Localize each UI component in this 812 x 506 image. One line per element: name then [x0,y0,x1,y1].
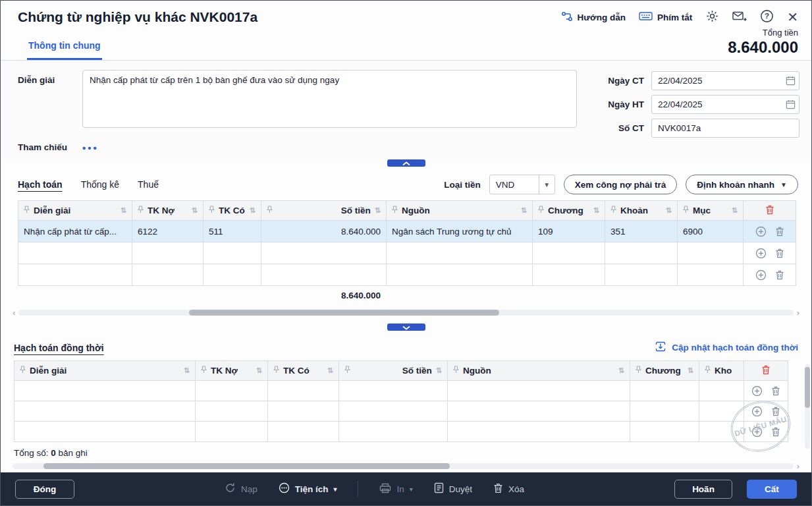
column-header-kho[interactable]: Kho [699,361,744,381]
sort-icon[interactable]: ⇅ [688,366,693,375]
scroll-right-icon[interactable]: › [797,308,799,317]
update-simultaneous-button[interactable]: Cập nhật hạch toán đồng thời [655,341,798,354]
delete-column-icon[interactable] [765,207,774,217]
column-header-chuong[interactable]: Chương⇅ [533,201,605,221]
sort-icon[interactable]: ⇅ [375,206,381,215]
pin-icon[interactable] [344,366,350,376]
pin-icon[interactable] [538,206,544,215]
column-header-tk-co[interactable]: TK Có⇅ [268,361,339,381]
column-header-dien-giai[interactable]: Diễn giải⇅ [14,361,196,381]
delete-column-icon[interactable] [761,367,771,377]
postpone-button[interactable]: Hoãn [674,480,732,499]
simultaneous-title[interactable]: Hạch toán đồng thời [14,343,104,353]
table-row[interactable] [14,381,788,401]
collapse-header-button[interactable] [387,159,425,167]
scrollbar-thumb[interactable] [43,463,450,469]
post-date-input[interactable] [651,95,799,114]
column-header-dien-giai[interactable]: Diễn giải⇅ [18,201,132,221]
pin-icon[interactable] [705,366,711,376]
doc-date-calendar-button[interactable] [786,76,796,86]
currency-select[interactable]: VND ▼ [489,175,555,194]
pin-icon[interactable] [209,206,215,215]
scrollbar-track[interactable] [18,310,793,316]
reference-more-button[interactable]: ••• [82,138,99,154]
sort-icon[interactable]: ⇅ [732,206,738,215]
delete-row-button[interactable] [775,270,784,280]
save-button[interactable]: Cất [747,480,797,499]
send-mail-button[interactable] [732,11,747,24]
pin-icon[interactable] [24,206,30,215]
add-row-button[interactable] [755,269,767,281]
tab-general-info[interactable]: Thông tin chung [27,35,102,60]
sort-icon[interactable]: ⇅ [250,206,256,215]
doc-no-input[interactable] [651,119,799,138]
reload-button[interactable]: Nạp [225,482,257,495]
column-header-so-tien[interactable]: Số tiền⇅ [261,201,387,221]
column-header-nguon[interactable]: Nguồn⇅ [448,361,630,381]
pin-icon[interactable] [201,366,207,376]
table-row[interactable] [14,401,788,422]
scrollbar-thumb[interactable] [189,310,499,316]
sort-icon[interactable]: ⇅ [618,366,624,375]
column-header-nguon[interactable]: Nguồn⇅ [387,201,533,221]
cell-tk-no[interactable]: 6122 [132,221,203,242]
close-button[interactable]: ✕ [787,11,798,24]
column-header-delete[interactable] [744,361,788,381]
sort-icon[interactable]: ⇅ [436,366,442,375]
cell-nguon[interactable]: Ngân sách Trung ương tự chủ [387,221,533,242]
print-button[interactable]: In ▾ [379,483,412,495]
cell-khoan[interactable]: 351 [605,221,678,242]
scrollbar-thumb[interactable] [805,367,810,408]
sort-icon[interactable]: ⇅ [184,366,190,375]
sort-icon[interactable]: ⇅ [192,206,198,215]
sort-icon[interactable]: ⇅ [521,206,527,215]
sort-icon[interactable]: ⇅ [327,366,333,375]
delete-row-button[interactable] [771,386,780,396]
sort-icon[interactable]: ⇅ [256,366,262,375]
pin-icon[interactable] [273,366,279,376]
chevron-down-icon[interactable]: ▼ [539,175,555,194]
doc-date-input[interactable] [651,71,799,90]
sort-icon[interactable]: ⇅ [121,206,126,215]
description-input[interactable]: Nhận cấp phát từ cấp trên 1 bộ bàn ghế đ… [82,70,577,128]
column-header-tk-no[interactable]: TK Nợ⇅ [132,201,203,221]
pin-icon[interactable] [453,366,459,376]
cell-chuong[interactable]: 109 [533,221,605,242]
pin-icon[interactable] [683,206,689,215]
column-header-tk-co[interactable]: TK Có⇅ [203,201,261,221]
settings-button[interactable] [705,9,719,25]
column-header-muc[interactable]: Mục⇅ [678,201,744,221]
help-button[interactable]: ? [760,9,774,25]
shortcut-button[interactable]: Phím tắt [639,11,692,23]
scrollbar-track[interactable] [13,463,794,469]
delete-row-button[interactable] [775,227,784,237]
scroll-left-icon[interactable]: ‹ [13,308,15,317]
utilities-button[interactable]: Tiện ích ▾ [279,482,337,495]
guide-button[interactable]: Hướng dẫn [561,11,626,24]
scroll-right-icon[interactable]: › [797,462,799,470]
column-header-tk-no[interactable]: TK Nợ⇅ [196,361,268,381]
view-payables-button[interactable]: Xem công nợ phải trả [564,175,678,194]
column-header-delete[interactable] [744,201,796,221]
add-row-button[interactable] [751,385,763,397]
delete-row-button[interactable] [775,248,784,258]
table-row[interactable] [18,242,796,264]
cell-muc[interactable]: 6900 [678,221,744,242]
sort-icon[interactable]: ⇅ [666,206,672,215]
close-window-button[interactable]: Đóng [15,480,74,499]
column-header-khoan[interactable]: Khoản⇅ [605,201,678,221]
pin-icon[interactable] [138,206,144,215]
table-row[interactable] [18,264,796,286]
sort-icon[interactable]: ⇅ [593,206,599,215]
collapse-grid-button[interactable] [387,323,425,331]
pin-icon[interactable] [636,366,641,376]
column-header-so-tien[interactable]: Số tiền⇅ [339,361,448,381]
tab-thue[interactable]: Thuế [138,179,159,190]
pin-icon[interactable] [610,206,616,215]
tab-hach-toan[interactable]: Hạch toán [18,179,63,190]
pin-icon[interactable] [20,366,26,376]
cell-dien-giai[interactable]: Nhận cấp phát từ cấp... [18,221,132,242]
delete-voucher-button[interactable]: Xóa [493,483,524,495]
cell-tk-co[interactable]: 511 [203,221,261,242]
quick-entry-button[interactable]: Định khoản nhanh ▼ [686,175,798,194]
